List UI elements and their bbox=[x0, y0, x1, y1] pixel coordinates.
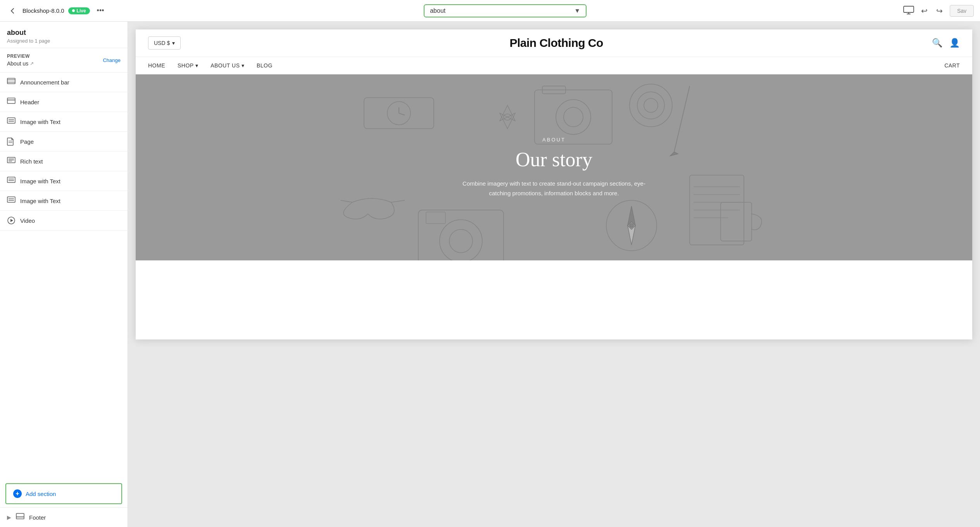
sidebar-item-footer[interactable]: ▶ Footer bbox=[0, 507, 128, 527]
nav-about[interactable]: ABOUT US ▾ bbox=[210, 62, 244, 69]
preview-page-name: About us bbox=[7, 60, 28, 67]
preview-area: USD $ ▾ Plain Clothing Co 🔍 👤 HOME SHOP … bbox=[128, 22, 980, 527]
rich-text-icon bbox=[7, 157, 16, 165]
svg-point-47 bbox=[630, 224, 633, 227]
back-button[interactable] bbox=[6, 5, 19, 17]
page-label: Page bbox=[20, 138, 34, 145]
preview-section: PREVIEW About us ↗ Change bbox=[0, 48, 128, 72]
video-icon bbox=[7, 216, 16, 225]
add-section-button[interactable]: + Add section bbox=[5, 483, 122, 504]
nav-shop-arrow-icon: ▾ bbox=[195, 62, 198, 69]
nav-cart[interactable]: CART bbox=[944, 62, 960, 69]
external-link-icon: ↗ bbox=[30, 61, 34, 66]
currency-value: USD $ bbox=[154, 40, 170, 46]
image-text-label-3: Image with Text bbox=[20, 198, 60, 204]
store-brand: Plain Clothing Co bbox=[509, 36, 603, 50]
hero-eyebrow: ABOUT bbox=[461, 137, 647, 143]
store-top-bar: USD $ ▾ Plain Clothing Co 🔍 👤 bbox=[136, 29, 972, 57]
store-nav: HOME SHOP ▾ ABOUT US ▾ BLOG CART bbox=[136, 57, 972, 74]
rich-text-label: Rich text bbox=[20, 158, 43, 165]
page-icon bbox=[7, 137, 16, 146]
nav-shop-label: SHOP bbox=[178, 62, 194, 69]
hero-section: ABOUT Our story Combine imagery with tex… bbox=[136, 74, 972, 260]
svg-line-39 bbox=[391, 200, 405, 202]
sidebar: about Assigned to 1 page PREVIEW About u… bbox=[0, 22, 128, 527]
sidebar-item-page[interactable]: Page bbox=[0, 132, 128, 152]
sidebar-item-image-text-1[interactable]: Image with Text bbox=[0, 112, 128, 132]
page-selector-value: about bbox=[430, 7, 445, 14]
nav-home[interactable]: HOME bbox=[148, 62, 165, 69]
sidebar-header: about Assigned to 1 page bbox=[0, 22, 128, 48]
preview-label: PREVIEW bbox=[7, 53, 34, 59]
sidebar-item-image-text-3[interactable]: Image with Text bbox=[0, 191, 128, 211]
svg-rect-6 bbox=[7, 118, 15, 123]
svg-rect-18 bbox=[7, 197, 15, 202]
sidebar-item-image-text-2[interactable]: Image with Text bbox=[0, 171, 128, 191]
svg-rect-48 bbox=[721, 202, 752, 241]
svg-rect-1 bbox=[7, 78, 15, 84]
svg-point-41 bbox=[440, 220, 482, 260]
image-text-label-2: Image with Text bbox=[20, 178, 60, 184]
footer-icon bbox=[16, 513, 24, 522]
sidebar-item-announcement-bar[interactable]: Announcement bar bbox=[0, 72, 128, 92]
nav-about-label: ABOUT US bbox=[210, 62, 240, 69]
preview-frame: USD $ ▾ Plain Clothing Co 🔍 👤 HOME SHOP … bbox=[136, 29, 972, 339]
svg-rect-0 bbox=[904, 6, 914, 12]
page-selector[interactable]: about ▼ bbox=[424, 4, 587, 17]
search-icon[interactable]: 🔍 bbox=[932, 38, 942, 48]
change-preview-button[interactable]: Change bbox=[103, 57, 121, 63]
save-button[interactable]: Sav bbox=[950, 5, 974, 17]
more-options-button[interactable]: ••• bbox=[94, 5, 107, 16]
collapse-arrow-icon: ▶ bbox=[7, 514, 11, 520]
svg-point-36 bbox=[637, 92, 664, 119]
live-dot bbox=[72, 9, 75, 12]
store-icons: 🔍 👤 bbox=[932, 38, 960, 48]
sidebar-item-header[interactable]: Header bbox=[0, 92, 128, 112]
store-name: Blockshop-8.0.0 bbox=[22, 7, 64, 14]
hero-body: Combine imagery with text to create stan… bbox=[461, 179, 647, 198]
sidebar-item-video[interactable]: Video bbox=[0, 211, 128, 231]
undo-button[interactable]: ↩ bbox=[920, 5, 929, 17]
video-label: Video bbox=[20, 217, 35, 224]
header-label: Header bbox=[20, 99, 39, 105]
svg-line-28 bbox=[399, 113, 405, 115]
header-icon bbox=[7, 98, 16, 106]
svg-line-38 bbox=[341, 200, 352, 202]
svg-rect-43 bbox=[426, 212, 445, 224]
svg-point-42 bbox=[449, 229, 473, 253]
svg-marker-55 bbox=[500, 105, 515, 121]
svg-point-37 bbox=[644, 98, 658, 112]
svg-rect-15 bbox=[7, 177, 15, 183]
chevron-down-icon: ▼ bbox=[574, 7, 580, 14]
image-text-icon-3 bbox=[7, 196, 16, 205]
sidebar-title: about bbox=[7, 29, 121, 37]
footer-label: Footer bbox=[29, 514, 46, 521]
svg-rect-4 bbox=[7, 98, 15, 103]
redo-button[interactable]: ↪ bbox=[935, 5, 944, 17]
monitor-icon[interactable] bbox=[903, 6, 914, 16]
announcement-bar-label: Announcement bar bbox=[20, 79, 69, 86]
svg-marker-46 bbox=[628, 226, 635, 245]
sidebar-subtitle: Assigned to 1 page bbox=[7, 38, 121, 44]
image-text-label-1: Image with Text bbox=[20, 119, 60, 125]
svg-rect-23 bbox=[16, 513, 24, 519]
sidebar-item-rich-text[interactable]: Rich text bbox=[0, 152, 128, 171]
svg-line-33 bbox=[674, 86, 690, 152]
svg-marker-22 bbox=[10, 219, 13, 222]
add-section-label: Add section bbox=[26, 491, 56, 497]
account-icon[interactable]: 👤 bbox=[949, 38, 960, 48]
hero-content: ABOUT Our story Combine imagery with tex… bbox=[453, 121, 655, 214]
add-section-icon: + bbox=[13, 489, 22, 498]
nav-links: HOME SHOP ▾ ABOUT US ▾ BLOG bbox=[148, 62, 273, 69]
nav-blog[interactable]: BLOG bbox=[257, 62, 273, 69]
main-layout: about Assigned to 1 page PREVIEW About u… bbox=[0, 22, 980, 527]
nav-about-arrow-icon: ▾ bbox=[242, 62, 245, 69]
preview-page: About us ↗ bbox=[7, 60, 34, 67]
currency-selector[interactable]: USD $ ▾ bbox=[148, 36, 181, 50]
image-text-icon-2 bbox=[7, 177, 16, 185]
announcement-bar-icon bbox=[7, 78, 16, 86]
svg-marker-34 bbox=[670, 152, 678, 156]
sidebar-sections: Announcement bar Header bbox=[0, 72, 128, 480]
currency-arrow-icon: ▾ bbox=[172, 40, 175, 46]
nav-shop[interactable]: SHOP ▾ bbox=[178, 62, 198, 69]
